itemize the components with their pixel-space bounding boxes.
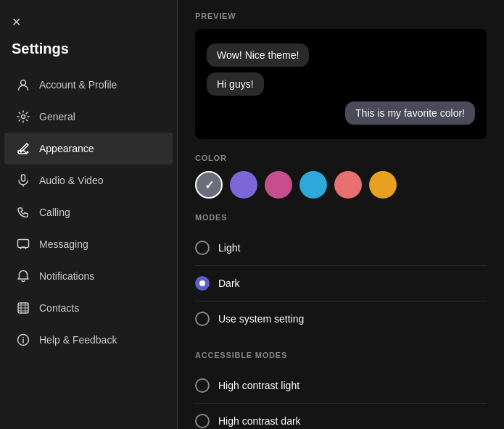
preview-section: PREVIEW Wow! Nice theme! Hi guys! This i… [195,12,487,139]
main-content: PREVIEW Wow! Nice theme! Hi guys! This i… [178,0,504,429]
sidebar-label-help: Help & Feedback [39,334,117,346]
radio-system [195,312,210,326]
sidebar-label-account: Account & Profile [39,79,117,91]
sidebar-item-contacts[interactable]: Contacts [4,292,173,324]
bell-icon [16,269,30,283]
radio-light [195,241,210,255]
mode-dark-label: Dark [218,278,240,289]
color-swatch-blue[interactable] [299,171,327,199]
radio-high-contrast-dark [195,414,210,428]
sidebar-label-general: General [39,111,75,122]
close-button[interactable]: ✕ [6,12,26,32]
chat-bubble-1: Wow! Nice theme! [207,43,309,67]
sidebar-item-account[interactable]: Account & Profile [4,69,173,101]
sidebar-item-notifications[interactable]: Notifications [4,260,173,292]
sidebar: ✕ Settings Account & Profile General [0,0,178,429]
sidebar-item-audio-video[interactable]: Audio & Video [4,164,173,196]
color-swatch-salmon[interactable] [334,171,362,199]
sidebar-item-help[interactable]: Help & Feedback [4,324,173,356]
mode-system[interactable]: Use system setting [195,301,487,336]
radio-high-contrast-light [195,378,210,393]
svg-point-0 [21,80,26,86]
mode-high-contrast-dark[interactable]: High contrast dark [195,404,487,428]
paint-icon [16,141,30,156]
mode-dark[interactable]: Dark [195,266,487,301]
close-icon: ✕ [12,15,21,29]
mode-light-label: Light [218,242,240,254]
phone-icon [16,205,30,220]
color-section: COLOR ✓ [195,154,487,199]
mode-high-contrast-light[interactable]: High contrast light [195,368,487,404]
check-icon: ✓ [205,178,214,192]
message-icon [16,237,30,251]
radio-dark [195,276,210,291]
mode-system-label: Use system setting [218,313,304,325]
sidebar-item-calling[interactable]: Calling [4,196,173,228]
accessible-modes-section: ACCESSIBLE MODES High contrast light Hig… [195,351,487,428]
modes-label: MODES [195,213,487,222]
svg-point-2 [27,151,29,154]
sidebar-item-general[interactable]: General [4,101,173,133]
sidebar-item-appearance[interactable]: Appearance [4,133,173,164]
mode-light[interactable]: Light [195,230,487,266]
chat-bubble-3: This is my favorite color! [345,101,475,125]
svg-point-9 [22,337,24,338]
svg-rect-3 [22,175,25,181]
sidebar-label-calling: Calling [39,207,70,218]
svg-point-1 [22,115,25,119]
color-swatch-purple[interactable] [230,171,257,199]
contacts-icon [16,301,30,315]
color-swatches: ✓ [195,171,487,199]
gear-icon [16,109,30,124]
mode-high-contrast-light-label: High contrast light [218,380,299,391]
svg-rect-5 [18,240,29,248]
preview-box: Wow! Nice theme! Hi guys! This is my fav… [195,29,487,139]
sidebar-label-contacts: Contacts [39,302,79,314]
mode-high-contrast-dark-label: High contrast dark [218,415,301,427]
info-icon [16,333,30,347]
preview-label: PREVIEW [195,12,487,20]
color-label: COLOR [195,154,487,162]
sidebar-label-audio-video: Audio & Video [39,175,103,186]
color-swatch-pink[interactable] [265,171,292,199]
color-swatch-orange[interactable] [369,171,397,199]
color-swatch-gray[interactable]: ✓ [195,171,223,199]
accessible-label: ACCESSIBLE MODES [195,351,487,359]
chat-bubble-2: Hi guys! [207,72,264,96]
person-icon [16,78,30,92]
sidebar-item-messaging[interactable]: Messaging [4,228,173,260]
settings-title: Settings [0,35,177,69]
sidebar-label-appearance: Appearance [39,143,94,154]
sidebar-label-notifications: Notifications [39,270,94,282]
modes-section: MODES Light Dark Use system setting [195,213,487,336]
mic-icon [16,173,30,188]
sidebar-label-messaging: Messaging [39,238,88,250]
